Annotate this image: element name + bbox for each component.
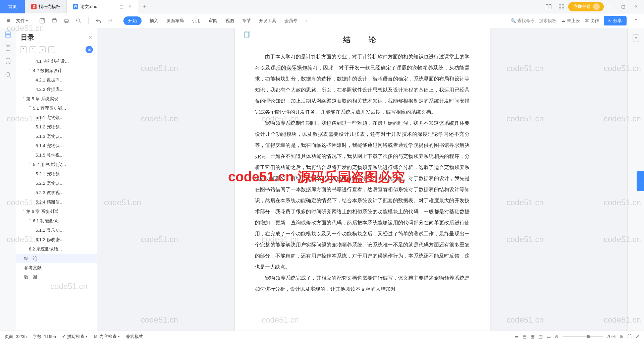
- outline-item[interactable]: 4.1 功能结构设…: [16, 57, 97, 66]
- paragraph: 由于本人学习的是计算机方面的专业，对于计算机软件方面的相关知识也进行过课堂上的学…: [255, 51, 470, 117]
- outline-item[interactable]: ˅5.2 用户功能实…: [16, 160, 97, 169]
- menu-tab-layout[interactable]: 页面布局: [166, 18, 184, 24]
- outline-item[interactable]: 5.1.3 宠物认…: [16, 132, 97, 141]
- hamburger-icon[interactable]: ≡: [4, 16, 13, 25]
- tab-template[interactable]: D 找稻壳模板: [25, 0, 67, 13]
- command-search[interactable]: 🔍查找命令、搜索模板: [511, 18, 556, 24]
- outline-item[interactable]: ˅4.2 数据库设计: [16, 66, 97, 75]
- close-button[interactable]: ✕: [630, 2, 642, 11]
- outline-item[interactable]: 5.1.5 教学视…: [16, 151, 97, 160]
- view-mode-4-icon[interactable]: ◳: [539, 334, 543, 339]
- outline-item[interactable]: 参考文献: [16, 263, 97, 273]
- menu-tab-member[interactable]: 会员专: [284, 18, 298, 24]
- outline-item-label: 5.2.1 宠物领…: [36, 171, 64, 176]
- maximize-button[interactable]: ▢: [617, 2, 629, 11]
- outline-item[interactable]: 5.2.4 感谢信…: [16, 197, 97, 207]
- cloud-status[interactable]: ☁未上云: [561, 18, 580, 24]
- file-menu[interactable]: 文件 ▾: [16, 18, 28, 24]
- bookmark-rail-icon[interactable]: [5, 58, 11, 64]
- undo-icon[interactable]: [94, 16, 103, 25]
- save-icon[interactable]: [38, 16, 47, 25]
- print-preview-icon[interactable]: [50, 16, 59, 25]
- find-icon[interactable]: [74, 16, 83, 25]
- caret-icon: ˅: [29, 218, 32, 223]
- outline-item-label: 5.2.3 教学视…: [36, 190, 64, 195]
- outline-item[interactable]: 5.2.1 宠物领…: [16, 169, 97, 179]
- tab-home[interactable]: 首页: [0, 0, 25, 13]
- apps-icon[interactable]: [555, 2, 568, 11]
- outline-item[interactable]: ˅5.1 管理员功能…: [16, 104, 97, 113]
- outline-item[interactable]: 5.1.2 宠物领…: [16, 122, 97, 132]
- outline-item[interactable]: 5.2.3 教学视…: [16, 188, 97, 197]
- outline-rail-icon[interactable]: [5, 32, 11, 38]
- remove-heading-icon[interactable]: −: [48, 46, 55, 53]
- menu-tab-section[interactable]: 章节: [242, 18, 251, 24]
- compat-mode[interactable]: 兼容模式: [126, 334, 143, 340]
- right-menu-icon[interactable]: ≡: [633, 34, 639, 42]
- outline-item[interactable]: 结 论: [16, 254, 97, 263]
- search-rail-icon[interactable]: [5, 72, 11, 78]
- expand-all-icon[interactable]: ˄: [30, 46, 36, 53]
- outline-close-icon[interactable]: ✕: [89, 35, 92, 40]
- spell-check[interactable]: ✔拼写检查▾: [62, 334, 88, 340]
- caret-icon: ˅: [29, 68, 32, 73]
- outline-item[interactable]: 6.1.1 登录功…: [16, 226, 97, 235]
- outline-item[interactable]: 5.2.2 宠物认…: [16, 179, 97, 188]
- page-copy-icon[interactable]: [244, 31, 250, 38]
- redo-icon[interactable]: [106, 16, 115, 25]
- tab-view-icon[interactable]: ▢: [119, 4, 123, 9]
- menu-tab-start[interactable]: 开始: [123, 16, 142, 25]
- cloud-icon: ☁: [561, 18, 566, 23]
- menu-tab-insert[interactable]: 插入: [150, 18, 158, 24]
- tab-document[interactable]: W 论文.doc ▢ ✕: [67, 0, 138, 13]
- sync-icon[interactable]: ✉: [86, 46, 93, 53]
- menu-tab-developer[interactable]: 开发工具: [259, 18, 276, 24]
- share-button[interactable]: ⎋分享: [604, 16, 627, 25]
- document-area[interactable]: 结 论 由于本人学习的是计算机方面的专业，对于计算机软件方面的相关知识也进行过课…: [97, 28, 627, 331]
- outline-item[interactable]: 4.2.1 数据库…: [16, 75, 97, 85]
- outline-item-label: 第 5 章 系统实现: [26, 96, 58, 101]
- tab-add-button[interactable]: +: [138, 3, 152, 10]
- outline-item[interactable]: 5.1.1 宠物领…: [16, 113, 97, 122]
- outline-item[interactable]: ˅第 6 章 系统测试: [16, 207, 97, 216]
- outline-item[interactable]: 5.1.4 宠物认…: [16, 141, 97, 151]
- menu-tab-review[interactable]: 审阅: [209, 18, 217, 24]
- caret-icon: ˅: [22, 209, 25, 214]
- collapse-all-icon[interactable]: ˅: [20, 46, 27, 53]
- tab-scroll-right-icon[interactable]: ›: [306, 18, 307, 23]
- view-mode-1-icon[interactable]: ☰: [515, 334, 519, 339]
- clipboard-rail-icon[interactable]: [5, 45, 11, 51]
- zoom-in-icon[interactable]: ⊕: [620, 334, 623, 339]
- add-heading-icon[interactable]: +: [39, 46, 46, 53]
- view-mode-3-icon[interactable]: ▦: [531, 334, 535, 339]
- fit-width-icon[interactable]: ⛶: [627, 334, 632, 339]
- outline-item[interactable]: 6.1.2 修改密…: [16, 235, 97, 244]
- fullscreen-icon[interactable]: ⤢: [636, 334, 639, 339]
- svg-rect-5: [562, 7, 564, 9]
- zoom-out-icon[interactable]: ⊖: [555, 334, 558, 339]
- outline-item[interactable]: 6.2 系统测试结…: [16, 244, 97, 254]
- outline-list[interactable]: 4.1 功能结构设…˅4.2 数据库设计4.2.1 数据库…4.2.2 数据库……: [16, 55, 97, 331]
- reading-view-icon[interactable]: ▭: [547, 334, 551, 339]
- collapse-ribbon-icon[interactable]: ⌃: [631, 16, 640, 25]
- menu-tab-references[interactable]: 引用: [192, 18, 201, 24]
- minimize-button[interactable]: —: [604, 2, 616, 11]
- view-mode-2-icon[interactable]: ▤: [523, 334, 527, 339]
- outline-item[interactable]: ˅第 5 章 系统实现: [16, 94, 97, 104]
- page-indicator[interactable]: 页面: 32/35: [5, 334, 27, 340]
- layout-icon[interactable]: [543, 2, 555, 11]
- zoom-thumb[interactable]: [587, 335, 590, 338]
- zoom-value[interactable]: 70%: [607, 334, 615, 339]
- outline-item[interactable]: ˅6.1 功能测试: [16, 216, 97, 226]
- content-check[interactable]: 🗎内容检查▾: [94, 334, 120, 340]
- login-button[interactable]: 立即登录: [568, 2, 604, 11]
- menu-tab-view[interactable]: 视图: [225, 18, 234, 24]
- print-icon[interactable]: [62, 16, 71, 25]
- zoom-slider[interactable]: [562, 336, 603, 337]
- outline-item[interactable]: 致 谢: [16, 273, 97, 282]
- outline-item[interactable]: 4.2.2 数据库…: [16, 85, 97, 94]
- collab-button[interactable]: ⌘协作: [585, 18, 599, 24]
- tab-close-icon[interactable]: ✕: [128, 4, 132, 9]
- word-count[interactable]: 字数: 11695: [33, 334, 56, 340]
- right-panel-handle[interactable]: ‹: [637, 171, 644, 191]
